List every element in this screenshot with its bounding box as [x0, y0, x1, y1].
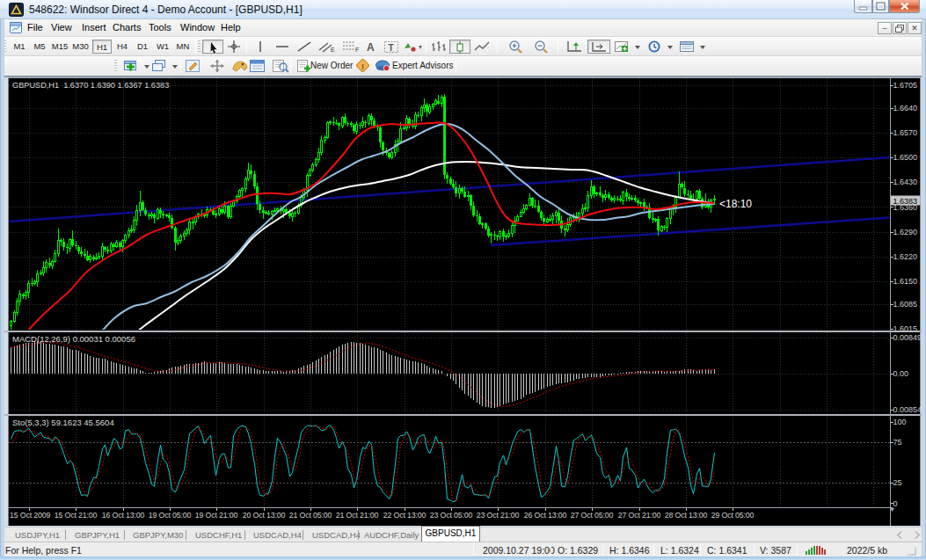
svg-text:1.6640: 1.6640	[893, 104, 918, 113]
svg-text:1.6383: 1.6383	[893, 197, 918, 206]
svg-text:75: 75	[893, 438, 902, 447]
svg-text:MACD(12,26,9) 0.00031 0.00056: MACD(12,26,9) 0.00031 0.00056	[12, 334, 135, 344]
svg-text:T: T	[389, 43, 394, 53]
svg-text:1.6015: 1.6015	[893, 324, 918, 333]
svg-text:1.6150: 1.6150	[893, 277, 918, 286]
svg-text:1.6220: 1.6220	[893, 252, 918, 261]
svg-text:1.6570: 1.6570	[893, 128, 918, 137]
svg-text:15 Oct 21:00: 15 Oct 21:00	[55, 511, 98, 520]
svg-text:F: F	[355, 47, 359, 53]
svg-text:1.6085: 1.6085	[893, 300, 918, 309]
svg-text:23 Oct 05:00: 23 Oct 05:00	[430, 511, 473, 520]
svg-text:<18:10: <18:10	[719, 198, 752, 210]
svg-text:22 Oct 13:00: 22 Oct 13:00	[383, 511, 427, 520]
svg-text:19 Oct 05:00: 19 Oct 05:00	[149, 511, 192, 520]
svg-text:E: E	[331, 47, 335, 53]
svg-text:27 Oct 21:00: 27 Oct 21:00	[618, 511, 661, 520]
svg-text:26 Oct 13:00: 26 Oct 13:00	[524, 511, 567, 520]
svg-text:1.6705: 1.6705	[893, 81, 918, 90]
svg-text:23 Oct 21:00: 23 Oct 21:00	[477, 511, 520, 520]
svg-text:Sto(5,3,3) 59.1623 45.5604: Sto(5,3,3) 59.1623 45.5604	[12, 418, 114, 427]
svg-text:100: 100	[893, 418, 907, 426]
svg-text:1.6500: 1.6500	[893, 153, 918, 162]
svg-text:29 Oct 05:00: 29 Oct 05:00	[711, 511, 755, 520]
svg-text:21 Oct 05:00: 21 Oct 05:00	[289, 511, 332, 520]
svg-text:28 Oct 13:00: 28 Oct 13:00	[665, 511, 708, 520]
svg-text:27 Oct 05:00: 27 Oct 05:00	[571, 511, 614, 520]
svg-text:21 Oct 21:00: 21 Oct 21:00	[336, 511, 379, 520]
svg-text:19 Oct 21:00: 19 Oct 21:00	[195, 511, 238, 520]
svg-text:-0.00854: -0.00854	[891, 405, 922, 414]
svg-text:16 Oct 13:00: 16 Oct 13:00	[102, 511, 145, 520]
svg-text:1.6430: 1.6430	[893, 178, 918, 186]
svg-text:25: 25	[893, 478, 902, 487]
svg-text:1.6290: 1.6290	[893, 228, 918, 236]
svg-text:20 Oct 13:00: 20 Oct 13:00	[243, 511, 286, 520]
svg-text:15 Oct 2009: 15 Oct 2009	[10, 511, 51, 520]
svg-text:0: 0	[893, 499, 898, 508]
svg-text:!: !	[361, 62, 364, 71]
svg-text:0.00849: 0.00849	[893, 333, 922, 342]
svg-text:GBPUSD,H1 1.6370 1.6390 1.636: GBPUSD,H1 1.6370 1.6390 1.6367 1.6383	[12, 81, 169, 90]
svg-text:A: A	[367, 41, 375, 54]
svg-text:0.00: 0.00	[893, 369, 909, 378]
